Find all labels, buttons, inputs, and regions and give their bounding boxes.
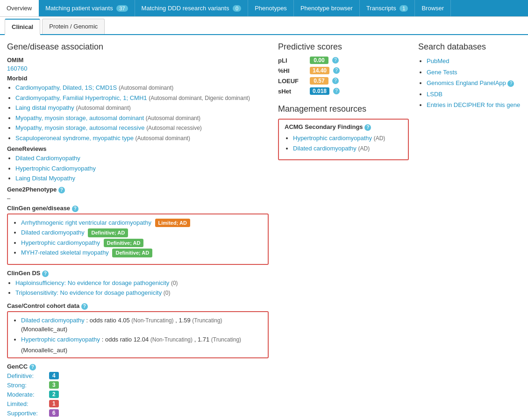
loeuf-label: LOEUF bbox=[278, 78, 306, 85]
case-control-link-2[interactable]: Hypertrophic cardiomyopathy bbox=[21, 336, 100, 343]
tab-browser[interactable]: Browser bbox=[415, 0, 451, 16]
score-row-shet: sHet 0.018 ? bbox=[278, 87, 409, 95]
search-databases-section: Search databases PubMed Gene Tests Genom… bbox=[418, 42, 521, 110]
list-item: Cardiomyopathy, Dilated, 1S; CMD1S (Auto… bbox=[15, 83, 269, 93]
acmg-link-1[interactable]: Hypertrophic cardiomyopathy bbox=[293, 135, 372, 142]
gencc-row-strong: Strong: 3 bbox=[7, 381, 269, 389]
list-item: Dilated Cardiomyopathy bbox=[15, 154, 269, 163]
genereviews-link-3[interactable]: Laing Distal Myopathy bbox=[15, 175, 75, 182]
loeuf-value: 0.57 bbox=[310, 77, 328, 85]
pli-value: 0.00 bbox=[310, 57, 328, 64]
list-item: MYH7-related skeletal myopathy Definitiv… bbox=[21, 248, 263, 257]
gene-disease-section: Gene/disease association OMIM 160760 Mor… bbox=[7, 42, 269, 420]
clingen-link-4[interactable]: MYH7-related skeletal myopathy bbox=[21, 249, 109, 256]
search-db-list: PubMed Gene Tests Genomics England Panel… bbox=[418, 57, 521, 110]
tab-phenotypes[interactable]: Phenotypes bbox=[248, 0, 294, 16]
clingen-label: ClinGen gene/disease ? bbox=[7, 205, 269, 212]
genereviews-list: Dilated Cardiomyopathy Hypertrophic Card… bbox=[7, 154, 269, 183]
gencc-strong-label[interactable]: Strong: bbox=[7, 382, 49, 389]
gencc-limited-label[interactable]: Limited: bbox=[7, 400, 49, 407]
gene-tests-link[interactable]: Gene Tests bbox=[427, 69, 457, 76]
list-item: Triplosensitivity: No evidence for dosag… bbox=[15, 288, 269, 298]
list-item: Hypertrophic cardiomyopathy : odds ratio… bbox=[21, 335, 263, 344]
morbid-link-1[interactable]: Cardiomyopathy, Dilated, 1S; CMD1S bbox=[15, 84, 117, 91]
morbid-link-5[interactable]: Myopathy, myosin storage, autosomal rece… bbox=[15, 124, 145, 131]
list-item: Laing distal myopathy (Autosomal dominan… bbox=[15, 103, 269, 113]
shet-help-icon[interactable]: ? bbox=[333, 88, 340, 94]
gene-disease-title: Gene/disease association bbox=[7, 42, 269, 52]
list-item: Dilated cardiomyopathy : odds ratio 4.05… bbox=[21, 316, 263, 334]
genereviews-link-1[interactable]: Dilated Cardiomyopathy bbox=[15, 155, 80, 162]
omim-id-link[interactable]: 160760 bbox=[7, 65, 269, 72]
clingen-ds-label: ClinGen DS ? bbox=[7, 270, 269, 277]
acmg-box: ACMG Secondary Findings ? Hypertrophic c… bbox=[278, 119, 409, 160]
morbid-link-3[interactable]: Laing distal myopathy bbox=[15, 104, 74, 111]
acmg-help-icon[interactable]: ? bbox=[364, 124, 371, 131]
case-control-box: Dilated cardiomyopathy : odds ratio 4.05… bbox=[7, 311, 269, 359]
case-control-monoallelic: (Monoallelic_aut) bbox=[13, 347, 263, 354]
gencc-strong-count: 3 bbox=[49, 381, 59, 389]
genomics-england-link[interactable]: Genomics England PanelApp bbox=[427, 79, 506, 86]
clingen-help-icon[interactable]: ? bbox=[72, 206, 78, 212]
omim-label: OMIM bbox=[7, 57, 269, 64]
tab-phenotype-browser[interactable]: Phenotype browser bbox=[294, 0, 360, 16]
decipher-link[interactable]: Entries in DECIPHER for this gene bbox=[427, 101, 520, 108]
tab-protein-genomic[interactable]: Protein / Genomic bbox=[42, 19, 105, 34]
clingen-ds-link-2[interactable]: Triplosensitivity: No evidence for dosag… bbox=[15, 289, 162, 296]
tab-clinical[interactable]: Clinical bbox=[5, 19, 40, 35]
list-item: PubMed bbox=[427, 57, 521, 66]
pli-help-icon[interactable]: ? bbox=[332, 57, 339, 64]
middle-column: Predictive scores pLI 0.00 ? %HI 14.40 ?… bbox=[278, 42, 409, 420]
clingen-link-2[interactable]: Dilated cardiomyopathy bbox=[21, 229, 85, 236]
predictive-scores-title: Predictive scores bbox=[278, 42, 409, 52]
list-item: Laing Distal Myopathy bbox=[15, 174, 269, 183]
hi-label: %HI bbox=[278, 67, 306, 74]
hi-help-icon[interactable]: ? bbox=[333, 67, 340, 74]
tab-transcripts[interactable]: Transcripts 1 bbox=[360, 0, 415, 16]
search-databases-title: Search databases bbox=[418, 42, 521, 52]
pubmed-link[interactable]: PubMed bbox=[427, 57, 449, 64]
tab-badge-transcripts: 1 bbox=[400, 5, 408, 12]
clingen-ds-link-1[interactable]: Haploinsufficiency: No evidence for dosa… bbox=[15, 279, 169, 286]
case-control-help-icon[interactable]: ? bbox=[81, 303, 88, 310]
loeuf-help-icon[interactable]: ? bbox=[332, 78, 339, 84]
management-section: Management resources ACMG Secondary Find… bbox=[278, 104, 409, 160]
gencc-supportive-label[interactable]: Supportive: bbox=[7, 410, 49, 417]
acmg-link-2[interactable]: Dilated cardiomyopathy bbox=[293, 145, 357, 152]
list-item: Arrhythmogenic right ventricular cardiom… bbox=[21, 218, 263, 228]
tab-badge-ddd: 0 bbox=[233, 5, 241, 12]
gencc-moderate-label[interactable]: Moderate: bbox=[7, 391, 49, 398]
list-item: Cardiomyopathy, Familial Hypertrophic, 1… bbox=[15, 93, 269, 103]
morbid-label: Morbid bbox=[7, 75, 269, 82]
clingen-link-3[interactable]: Hypertrophic cardiomyopathy bbox=[21, 239, 100, 246]
gencc-row-supportive: Supportive: 6 bbox=[7, 409, 269, 417]
sub-nav-bar: Clinical Protein / Genomic bbox=[0, 17, 528, 35]
clingen-ds-help-icon[interactable]: ? bbox=[42, 271, 49, 277]
morbid-link-2[interactable]: Cardiomyopathy, Familial Hypertrophic, 1… bbox=[15, 94, 147, 101]
gencc-help-icon[interactable]: ? bbox=[29, 364, 36, 370]
list-item: LSDB bbox=[427, 90, 521, 99]
gencc-definitive-count: 4 bbox=[49, 372, 59, 379]
right-column: Search databases PubMed Gene Tests Genom… bbox=[418, 42, 521, 420]
gene2phenotype-help-icon[interactable]: ? bbox=[58, 187, 65, 193]
pli-label: pLI bbox=[278, 57, 306, 64]
morbid-link-6[interactable]: Scapuloperoneal syndrome, myopathic type bbox=[15, 135, 134, 142]
list-item: Dilated cardiomyopathy Definitive; AD bbox=[21, 228, 263, 237]
acmg-title: ACMG Secondary Findings ? bbox=[285, 123, 402, 131]
case-control-link-1[interactable]: Dilated cardiomyopathy bbox=[21, 317, 85, 324]
lsdb-link[interactable]: LSDB bbox=[427, 91, 442, 98]
clingen-link-1[interactable]: Arrhythmogenic right ventricular cardiom… bbox=[21, 219, 151, 226]
score-row-loeuf: LOEUF 0.57 ? bbox=[278, 77, 409, 85]
tab-matching-ddd[interactable]: Matching DDD research variants 0 bbox=[135, 0, 249, 16]
tab-matching-patient-variants[interactable]: Matching patient variants 37 bbox=[39, 0, 135, 16]
gencc-definitive-label[interactable]: Definitive: bbox=[7, 372, 49, 379]
shet-value: 0.018 bbox=[310, 87, 329, 95]
list-item: Entries in DECIPHER for this gene bbox=[427, 100, 521, 110]
morbid-link-4[interactable]: Myopathy, myosin storage, autosomal domi… bbox=[15, 114, 144, 121]
score-row-hi: %HI 14.40 ? bbox=[278, 67, 409, 74]
gencc-row-limited: Limited: 1 bbox=[7, 400, 269, 407]
acmg-list: Hypertrophic cardiomyopathy (AD) Dilated… bbox=[285, 134, 402, 153]
genomics-england-help-icon[interactable]: ? bbox=[507, 80, 514, 87]
tab-overview[interactable]: Overview bbox=[0, 0, 39, 16]
genereviews-link-2[interactable]: Hypertrophic Cardiomyopathy bbox=[15, 165, 96, 172]
